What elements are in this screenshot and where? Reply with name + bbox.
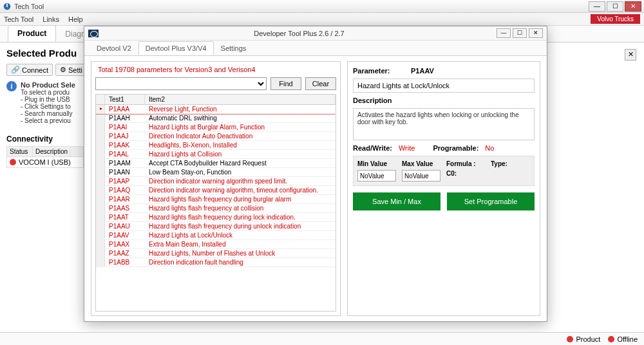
table-row[interactable]: P1AASHazard lights flash frequency at co…	[96, 204, 336, 213]
parameter-label: Parameter:	[353, 67, 403, 75]
info-icon: i	[6, 81, 17, 91]
connectivity-row[interactable]: VOCOM I (USB)	[7, 157, 83, 167]
menu-techtool[interactable]: Tech Tool	[4, 15, 33, 23]
brand-badge: Volvo Trucks	[591, 14, 640, 24]
table-row[interactable]: P1AAIHazard Lights at Burglar Alarm, Fun…	[96, 123, 336, 132]
set-programable-button[interactable]: Set Programable	[447, 192, 535, 210]
panel-close-button[interactable]: ✕	[625, 49, 636, 61]
col-description: Description	[33, 147, 71, 156]
close-button[interactable]: ✕	[625, 1, 641, 12]
table-row[interactable]: P1AAMAccept CTA Bodybuilder Hazard Reque…	[96, 159, 336, 168]
status-dot-icon	[567, 336, 573, 342]
minvalue-input[interactable]	[357, 170, 396, 182]
table-row[interactable]: P1AAPDirection indicator warning algorit…	[96, 177, 336, 186]
status-dot-icon	[608, 336, 614, 342]
table-row[interactable]: P1AARHazard lights flash frequency durin…	[96, 195, 336, 204]
table-row[interactable]: P1AAKHeadlights, Bi-Xenon, Installed	[96, 141, 336, 150]
table-row[interactable]: ▸P1AAAReverse Light, Function	[96, 105, 336, 114]
detail-pane: Parameter: P1AAV Hazard Lights at Lock/U…	[347, 61, 540, 316]
tab-product[interactable]: Product	[8, 25, 56, 42]
formula-label: Formula :	[446, 160, 486, 167]
tab-settings[interactable]: Settings	[214, 41, 254, 55]
table-row[interactable]: P1AAZHazard Lights, Number of Flashes at…	[96, 249, 336, 258]
app-icon	[3, 2, 12, 11]
gear-icon: ⚙	[60, 66, 66, 74]
c0-label: C0:	[446, 170, 486, 182]
col-status: Status	[7, 147, 33, 156]
description-text: Activates the hazard lights when locking…	[353, 108, 535, 140]
total-count-label: Total 19708 parameters for Version3 and …	[95, 66, 336, 73]
volvo-logo-icon	[88, 30, 99, 37]
grid-col-test1: Test1	[105, 95, 145, 104]
table-row[interactable]: P1AANLow Beam Stay-on, Function	[96, 168, 336, 177]
value-grid: Min Value Max Value Formula : Type: C0:	[353, 156, 535, 186]
parameter-name-box: Hazard Lights at Lock/Unlock	[353, 79, 535, 93]
svg-rect-1	[6, 3, 8, 6]
readwrite-label: Read/Write:	[353, 144, 392, 152]
window-title: Tech Tool	[14, 3, 587, 10]
maxvalue-label: Max Value	[402, 160, 441, 167]
modal-min-button[interactable]: —	[497, 28, 511, 38]
connectivity-header: Connectivity	[6, 135, 84, 144]
table-row[interactable]: P1AALHazard Lights at Collision	[96, 150, 336, 159]
clear-button[interactable]: Clear	[305, 77, 336, 90]
modal-max-button[interactable]: ☐	[513, 28, 527, 38]
parameter-list-pane: Total 19708 parameters for Version3 and …	[91, 61, 341, 316]
window-titlebar: Tech Tool — ☐ ✕	[0, 0, 644, 13]
statusbar: Product Offline	[0, 332, 644, 345]
device-label: VOCOM I (USB)	[19, 158, 71, 166]
status-product: Product	[576, 335, 600, 343]
table-row[interactable]: P1AAXExtra Main Beam, Installed	[96, 240, 336, 249]
table-row[interactable]: P1AAJDirection Indicator Auto Deactivati…	[96, 132, 336, 141]
save-minmax-button[interactable]: Save Min / Max	[353, 192, 440, 210]
table-row[interactable]: P1AAVHazard Lights at Lock/Unlock	[96, 231, 336, 240]
search-dropdown[interactable]	[95, 77, 267, 90]
readwrite-value: Write	[399, 144, 415, 152]
menu-links[interactable]: Links	[43, 15, 59, 23]
minvalue-label: Min Value	[357, 160, 397, 167]
connectivity-table: Status Description VOCOM I (USB)	[6, 146, 84, 168]
info-title: No Product Sele	[21, 81, 75, 89]
tab-devtool-v34[interactable]: Devtool Plus V3/V4	[138, 41, 214, 55]
table-row[interactable]: P1AAUHazard lights flash frequency durin…	[96, 222, 336, 231]
parameter-grid[interactable]: Test1 Item2 ▸P1AAAReverse Light, Functio…	[95, 94, 336, 312]
parameter-value: P1AAV	[411, 67, 434, 75]
devtool-modal: Developer Tool Plus 2.6 / 2.7 — ☐ ✕ Devt…	[84, 26, 547, 322]
grid-col-item2: Item2	[145, 95, 336, 104]
status-offline: Offline	[617, 335, 638, 343]
connect-button[interactable]: 🔗Connect	[6, 64, 53, 76]
status-dot-icon	[10, 159, 16, 165]
maxvalue-input[interactable]	[402, 170, 440, 182]
info-panel: i No Product Sele To select a produ - Pl…	[6, 81, 84, 124]
modal-titlebar: Developer Tool Plus 2.6 / 2.7 — ☐ ✕	[84, 26, 547, 41]
modal-close-button[interactable]: ✕	[529, 28, 543, 38]
programable-value: No	[485, 144, 494, 152]
menubar: Tech Tool Links Help Volvo Trucks	[0, 13, 644, 26]
link-icon: 🔗	[11, 66, 20, 74]
table-row[interactable]: P1AAQDirection indicator warning algorit…	[96, 186, 336, 195]
programable-label: Programable:	[433, 144, 478, 152]
menu-help[interactable]: Help	[68, 15, 83, 23]
left-sidebar: Selected Produ 🔗Connect ⚙Setti i No Prod…	[0, 42, 84, 332]
minimize-button[interactable]: —	[589, 1, 605, 12]
table-row[interactable]: P1AAHAutomatic DRL swithing	[96, 114, 336, 123]
table-row[interactable]: P1ABBDirection indication fault handling	[96, 258, 336, 267]
modal-tabs: Devtool V2 Devtool Plus V3/V4 Settings	[84, 41, 547, 56]
description-label: Description	[353, 97, 535, 104]
tab-devtool-v2[interactable]: Devtool V2	[90, 41, 138, 55]
maximize-button[interactable]: ☐	[607, 1, 623, 12]
page-title: Selected Produ	[6, 48, 84, 59]
type-label: Type:	[491, 160, 530, 167]
table-row[interactable]: P1AATHazard lights flash frequency durin…	[96, 213, 336, 222]
modal-title: Developer Tool Plus 2.6 / 2.7	[104, 30, 495, 37]
settings-button[interactable]: ⚙Setti	[55, 64, 87, 76]
find-button[interactable]: Find	[270, 77, 301, 90]
